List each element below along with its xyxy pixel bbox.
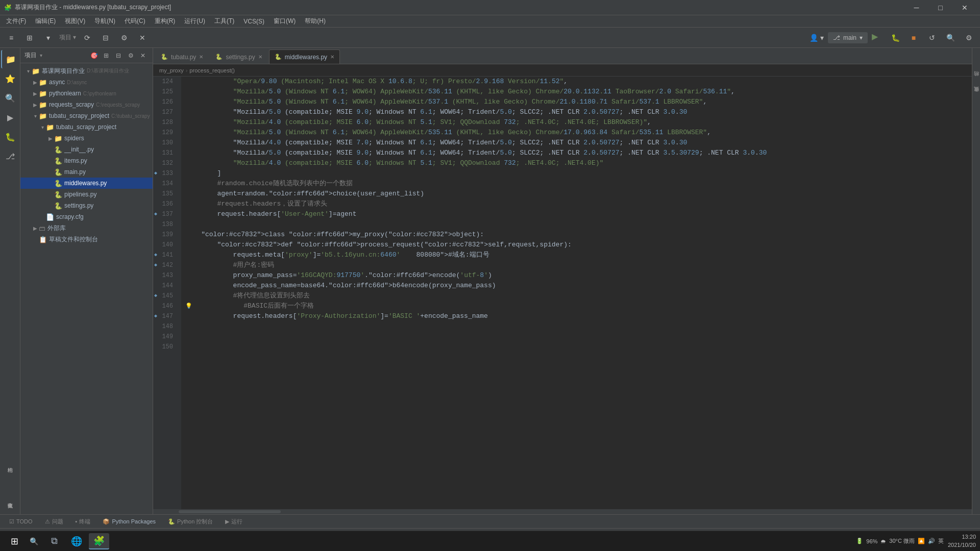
- sidebar-find-icon[interactable]: 🔍: [1, 89, 19, 107]
- panel-settings-icon[interactable]: ⚙: [125, 50, 136, 61]
- code-line-135: agent=random."color:#ffc66d">choice(user…: [185, 189, 968, 199]
- titlebar-right: ─ □ ✕: [905, 0, 976, 15]
- tree-item-scrapy-cfg[interactable]: ▶ 📄 scrapy.cfg: [20, 211, 153, 222]
- tab-middlewares[interactable]: 🐍 middlewares.py ✕: [269, 49, 340, 64]
- tree-item-items[interactable]: ▶ 🐍 items.py: [20, 155, 153, 166]
- tab-tubatu-close[interactable]: ✕: [199, 54, 203, 60]
- expand-all-icon[interactable]: ⊞: [101, 50, 112, 61]
- start-button[interactable]: ⊞: [4, 533, 24, 549]
- tree-item-root[interactable]: ▾ 📁 慕课网项目作业 D:\慕课网项目作业: [20, 65, 153, 77]
- search-icon[interactable]: 🔍: [943, 31, 958, 45]
- toolbar: ≡ ⊞ ▾ 项目 ▾ ⟳ ⊟ ⚙ ✕ 👤 ▾ ⎇ main ▾ ▶ 🐛 ■ ↺ …: [0, 28, 980, 48]
- tree-item-tubatu-inner[interactable]: ▾ 📁 tubatu_scrapy_project: [20, 121, 153, 133]
- tree-item-main[interactable]: ▶ 🐍 main.py: [20, 166, 153, 178]
- toolbar-layout-icon[interactable]: ⊞: [22, 31, 37, 45]
- menu-tools[interactable]: 工具(T): [210, 16, 238, 27]
- sync-icon[interactable]: ⟳: [80, 31, 94, 45]
- clock-date: 2021/10/20: [948, 541, 976, 549]
- taskbar-clock[interactable]: 13:20 2021/10/20: [948, 533, 976, 549]
- scrollbar-thumb-h[interactable]: [179, 510, 281, 513]
- run-button[interactable]: ▶: [872, 32, 884, 44]
- menu-code[interactable]: 代码(C): [120, 16, 150, 27]
- network-icon: 🔼: [918, 538, 925, 544]
- sidebar-vcs-icon[interactable]: ⎇: [1, 147, 19, 165]
- search-button[interactable]: 🔍: [24, 533, 43, 549]
- tree-item-requests-scrapy[interactable]: ▶ 📁 requests_scrapy C:\requests_scrapy: [20, 99, 153, 110]
- gutter-line-131: 131: [153, 148, 177, 158]
- toolbar-dropdown-icon[interactable]: ▾: [41, 31, 55, 45]
- gutter-line-140: 140: [153, 240, 177, 250]
- panel-header: 项目 ▾ 🎯 ⊞ ⊟ ⚙ ✕: [20, 48, 153, 63]
- right-sidebar-fav[interactable]: 收藏夹: [972, 94, 981, 98]
- taskbar-pycharm[interactable]: 🧩: [89, 533, 109, 549]
- menu-run[interactable]: 运行(U): [180, 16, 209, 27]
- sidebar-run-icon[interactable]: ▶: [1, 108, 19, 127]
- code-content[interactable]: "Opera/9.80 (Macintosh; Intel Mac OS X 1…: [181, 77, 972, 509]
- tab-problems[interactable]: ⚠ 问题: [40, 516, 68, 527]
- locate-file-icon[interactable]: 🎯: [88, 50, 100, 61]
- tab-settings-close[interactable]: ✕: [258, 54, 262, 60]
- sidebar-fav-icon[interactable]: 收藏夹: [6, 484, 14, 514]
- tab-todo[interactable]: ☑ TODO: [4, 517, 38, 527]
- code-line-129: "Mozilla/5.0 (Windows NT 6.1; WOW64) App…: [185, 128, 968, 138]
- collapse-icon[interactable]: ⊟: [99, 31, 113, 45]
- user-icon[interactable]: 👤 ▾: [810, 31, 824, 45]
- debug-button[interactable]: 🐛: [888, 31, 902, 45]
- horizontal-scrollbar[interactable]: [153, 509, 972, 514]
- tree-item-spiders[interactable]: ▶ 📁 spiders: [20, 133, 153, 144]
- todo-label: TODO: [16, 518, 33, 524]
- maximize-button[interactable]: □: [929, 0, 952, 15]
- terminal-label: 终端: [79, 518, 90, 525]
- close-button[interactable]: ✕: [953, 0, 976, 15]
- panel-close-icon[interactable]: ✕: [137, 50, 149, 61]
- settings-icon[interactable]: ⚙: [117, 31, 131, 45]
- tab-middlewares-close[interactable]: ✕: [330, 54, 334, 60]
- tab-settings[interactable]: 🐍 settings.py ✕: [210, 49, 267, 64]
- collapse-all-icon[interactable]: ⊟: [113, 50, 124, 61]
- tree-item-pipelines[interactable]: ▶ 🐍 pipelines.py: [20, 189, 153, 200]
- panel-dropdown-icon[interactable]: ▾: [40, 53, 42, 58]
- taskbar-edge[interactable]: 🌐: [66, 533, 87, 549]
- tree-item-external[interactable]: ▶ 🗃 外部库: [20, 222, 153, 234]
- tree-item-scratches[interactable]: ▶ 📋 草稿文件和控制台: [20, 234, 153, 245]
- tree-item-settings-file[interactable]: ▶ 🐍 settings.py: [20, 200, 153, 211]
- menu-refactor[interactable]: 重构(R): [151, 16, 180, 27]
- menu-navigate[interactable]: 导航(N): [90, 16, 119, 27]
- tab-run[interactable]: ▶ 运行: [220, 516, 248, 527]
- stop-button[interactable]: ■: [906, 31, 921, 45]
- menu-file[interactable]: 文件(F): [2, 16, 30, 27]
- tree-item-init[interactable]: ▶ 🐍 __init__.py: [20, 144, 153, 155]
- gutter-line-136: 136: [153, 199, 177, 209]
- tree-item-async[interactable]: ▶ 📁 async D:\async: [20, 77, 153, 88]
- sidebar-structure-icon[interactable]: 结构: [6, 448, 14, 479]
- taskbar-task-view[interactable]: ⧉: [44, 533, 64, 549]
- breadcrumb-myproxy[interactable]: my_proxy: [159, 67, 184, 73]
- tab-terminal[interactable]: ▪ 终端: [70, 516, 96, 527]
- project-nav-icon[interactable]: ≡: [4, 31, 18, 45]
- minimize-button[interactable]: ─: [905, 0, 928, 15]
- run-tab-label: 运行: [231, 518, 242, 525]
- code-line-143: proxy_name_pass='16GCAQYD:917750'."color…: [185, 270, 968, 281]
- sidebar-project-icon[interactable]: 📁: [1, 50, 19, 68]
- rerun-button[interactable]: ↺: [925, 31, 939, 45]
- tab-python-packages[interactable]: 📦 Python Packages: [97, 517, 161, 527]
- menu-help[interactable]: 帮助(H): [301, 16, 330, 27]
- settings-main-icon[interactable]: ⚙: [962, 31, 976, 45]
- tree-item-tubatu[interactable]: ▾ 📁 tubatu_scrapy_project C:\tubatu_scra…: [20, 110, 153, 121]
- menu-vcs[interactable]: VCS(S): [239, 17, 268, 26]
- menu-view[interactable]: 视图(V): [61, 16, 89, 27]
- close-panel-icon[interactable]: ✕: [135, 31, 150, 45]
- breadcrumb-process[interactable]: process_request(): [189, 67, 235, 73]
- tree-item-middlewares[interactable]: ▶ 🐍 middlewares.py: [20, 178, 153, 189]
- sidebar-bookmark-icon[interactable]: ⭐: [1, 69, 19, 88]
- menu-window[interactable]: 窗口(W): [270, 16, 300, 27]
- panel-title: 项目: [24, 51, 37, 60]
- menu-edit[interactable]: 编辑(E): [31, 16, 60, 27]
- gutter-line-137: 137◆: [153, 209, 177, 219]
- branch-indicator[interactable]: ⎇ main ▾: [828, 32, 868, 43]
- sidebar-debug-icon[interactable]: 🐛: [1, 128, 19, 146]
- tab-python-console[interactable]: 🐍 Python 控制台: [163, 516, 218, 527]
- tab-tubatu[interactable]: 🐍 tubatu.py ✕: [155, 49, 209, 64]
- right-sidebar-structure[interactable]: 结构: [972, 79, 981, 83]
- tree-item-pythonlearn[interactable]: ▶ 📁 pythonlearn C:\pythonlearn: [20, 88, 153, 99]
